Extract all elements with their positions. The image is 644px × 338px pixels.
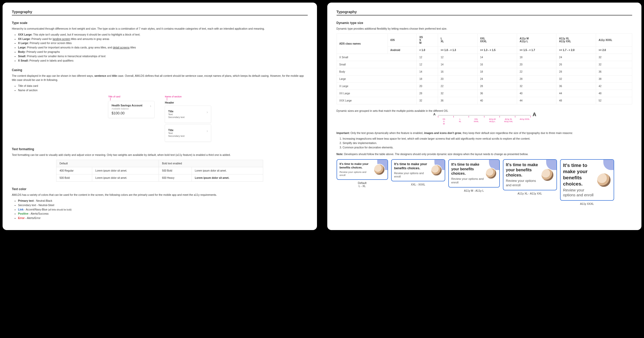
col-header: XSSM bbox=[417, 33, 438, 46]
col-header: < 1.0 bbox=[417, 46, 438, 54]
table-row: X Large202228323642 bbox=[337, 82, 632, 90]
row-title: Title bbox=[168, 110, 208, 113]
preview-title: It's time to make your benefits choices. bbox=[394, 162, 429, 170]
corner-label: ADS class names bbox=[337, 33, 388, 54]
ts-label: XX Large: bbox=[18, 37, 31, 40]
weight-label: 600 Heavy bbox=[159, 174, 192, 182]
os-label: Android bbox=[388, 46, 417, 54]
formatting-intro: Text formatting can be used to visually … bbox=[12, 153, 308, 157]
cell-value: 26 bbox=[556, 61, 596, 68]
cell-value: 28 bbox=[417, 90, 438, 97]
preview-card: It's time to make your benefits choices.… bbox=[391, 159, 445, 181]
cell-value: 52 bbox=[596, 97, 632, 104]
table-row: XX Large283236404448 bbox=[337, 90, 632, 97]
weight-label: 400 Regular bbox=[56, 167, 92, 174]
col-header: >= 1.5 - < 1.7 bbox=[517, 46, 556, 54]
note-label: Note: bbox=[337, 153, 344, 156]
color-name: Primary text bbox=[18, 199, 34, 202]
preview-card: It's time to make your benefits choices.… bbox=[448, 159, 500, 187]
cell-value: 22 bbox=[517, 68, 556, 75]
preview-title: It's time to make your benefits choices. bbox=[506, 162, 539, 178]
cell-value: 20 bbox=[417, 82, 438, 90]
cell-value: 28 bbox=[477, 82, 517, 90]
table-row: Small121416202632 bbox=[337, 61, 632, 68]
color-name: Positive bbox=[18, 212, 28, 215]
casing-list: Title of data card Name of section bbox=[18, 84, 308, 92]
chevron-right-icon: › bbox=[207, 110, 208, 114]
cell-value: 12 bbox=[417, 61, 438, 68]
ts-text: Primarly used for error screen titles bbox=[29, 41, 72, 45]
col-header: A11y XXXL bbox=[596, 33, 632, 46]
size-slider-graphic: A A XSSMLXLXXLXXXLA11y MA11y LA11y XLA11… bbox=[337, 115, 632, 125]
important-text: Only the text grows dynamically when the… bbox=[350, 131, 424, 134]
list-item: Increasing images/icons will leave less … bbox=[343, 137, 632, 141]
reasons-list: Increasing images/icons will leave less … bbox=[343, 137, 632, 149]
preview-sub: Review your options and enroll bbox=[451, 177, 484, 184]
casing-intro: The content displayed in the app can be … bbox=[12, 74, 308, 82]
cell-value: 38 bbox=[596, 75, 632, 82]
ts-link: detail screens bbox=[113, 46, 130, 49]
cell-value: 16 bbox=[477, 61, 517, 68]
casing-example-card: Title of card › Health Savings Account A… bbox=[108, 95, 154, 142]
col-header: >= 1.0 - < 1.3 bbox=[438, 46, 477, 54]
cell-value: 36 bbox=[556, 82, 596, 90]
col-header: Default bbox=[56, 160, 159, 167]
ts-text: titles and amounts in gray areas bbox=[70, 37, 109, 40]
casing-text: and bbox=[106, 74, 112, 77]
list-item: Simplify dev implementation. bbox=[343, 141, 632, 145]
tick-label: A11y MA11y L bbox=[486, 118, 498, 125]
col-header: A11y XLA11y XXL bbox=[556, 33, 596, 46]
annotation: Name of section bbox=[165, 95, 211, 100]
designer-note: Note: Developers should follow the table… bbox=[337, 152, 632, 156]
row-name: Body bbox=[337, 68, 417, 75]
casing-example-section: Name of section Header › Title Text Seco… bbox=[165, 95, 211, 142]
cell-value: 32 bbox=[596, 61, 632, 68]
list-card: › Title Text Secondary text bbox=[165, 106, 211, 123]
avatar-icon bbox=[541, 168, 554, 181]
tick-label: XXLXXXL bbox=[470, 118, 482, 125]
preview-label: DefaultL - XL bbox=[358, 181, 366, 188]
row-name: XX Large bbox=[337, 90, 417, 97]
important-note: Important: Only the text grows dynamical… bbox=[337, 131, 632, 135]
color-name: Secondary text bbox=[18, 204, 36, 207]
colors-intro: AWLDS has a variety of colors that can b… bbox=[12, 193, 308, 197]
cell-value: 36 bbox=[477, 90, 517, 97]
sample-text: Lorem ipsum dolor sit amet. bbox=[192, 167, 263, 174]
row-name: X Large bbox=[337, 82, 417, 90]
page-title: Typography bbox=[12, 10, 308, 15]
data-card: › Health Savings Account Available balan… bbox=[108, 101, 154, 118]
avatar-icon bbox=[374, 164, 385, 175]
card-amount: $100.00 bbox=[111, 111, 151, 115]
cell-value: 42 bbox=[596, 82, 632, 90]
ts-label: Body: bbox=[18, 50, 26, 53]
dynamic-table: ADS class names iOS XSSM LXL XXLXXXL A11… bbox=[337, 33, 632, 104]
page-right: Typography Dynamic type size Dynamic typ… bbox=[327, 3, 642, 230]
chevron-right-icon: › bbox=[207, 129, 208, 133]
grouped-text: Dynamic sizes are grouped in sets that m… bbox=[337, 109, 632, 113]
preview-title: It's time to make your benefits choices. bbox=[451, 162, 484, 176]
cell-value: 28 bbox=[517, 75, 556, 82]
heading-dynamic: Dynamic type size bbox=[337, 21, 632, 25]
cell-value: 28 bbox=[556, 68, 596, 75]
ts-label: XXX Large: bbox=[18, 33, 32, 36]
ts-text: Primarly used in labels and qualifiers bbox=[29, 59, 73, 62]
tick-label: A11y XXXL bbox=[519, 118, 531, 125]
cell-value: 36 bbox=[596, 68, 632, 75]
avatar-icon bbox=[431, 165, 442, 176]
ts-text: Primarly used for pragraphs bbox=[26, 50, 60, 53]
preview-label: A11y M - A11y L bbox=[464, 189, 484, 192]
ts-text: Primarly used for smaller items in hiera… bbox=[26, 55, 106, 58]
preview-card: It's time to make your benefits choices.… bbox=[503, 159, 557, 190]
preview-sub: Review your options and enroll bbox=[340, 171, 372, 177]
color-name: Error bbox=[18, 216, 25, 219]
formatting-table: Default Bold text enabled 400 Regular Lo… bbox=[56, 160, 263, 182]
ts-text: titles bbox=[130, 46, 136, 49]
cell-value: 36 bbox=[438, 97, 477, 104]
row-name: X Small bbox=[337, 54, 417, 61]
tick-label: LXL bbox=[454, 118, 466, 125]
cell-value: 44 bbox=[517, 97, 556, 104]
cell-value: 22 bbox=[438, 82, 477, 90]
cell-value: 12 bbox=[417, 54, 438, 61]
cell-value: 14 bbox=[477, 54, 517, 61]
color-desc: - Alerts/Success bbox=[28, 212, 48, 215]
